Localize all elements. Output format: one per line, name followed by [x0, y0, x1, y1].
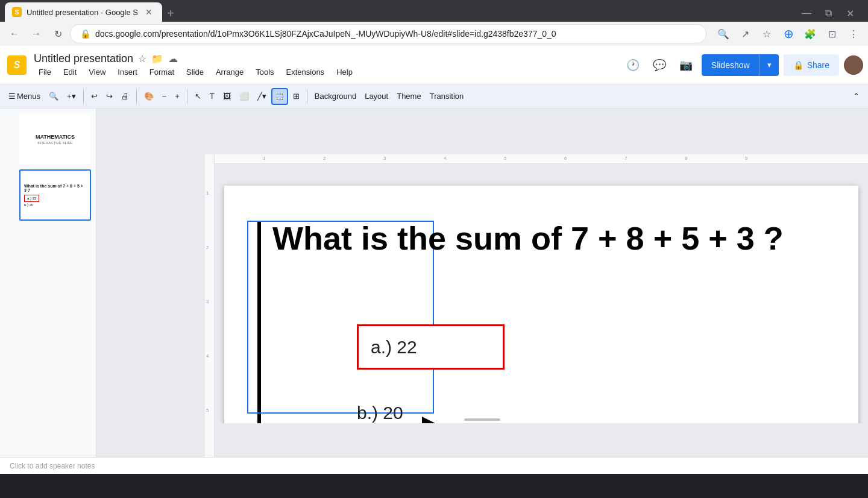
reload-button[interactable]: ↻	[48, 24, 68, 43]
thumb-sub-1: INTERACTIVE SLIDE	[36, 141, 75, 145]
close-window-button[interactable]: ✕	[841, 5, 858, 22]
zoom-in-button[interactable]: +	[171, 88, 183, 105]
zoom-button[interactable]: 🔍	[45, 88, 62, 105]
minimize-button[interactable]: —	[798, 5, 815, 22]
ruler-mark-h3: 3	[383, 156, 386, 161]
answer-a-box[interactable]: a.) 22	[357, 324, 505, 370]
comments-icon[interactable]: 💬	[649, 54, 670, 76]
back-button[interactable]: ←	[5, 24, 24, 43]
cursor-button[interactable]: ↖	[191, 88, 205, 105]
app-title[interactable]: Untitled presentation	[34, 52, 133, 65]
menu-file[interactable]: File	[34, 66, 56, 78]
menus-button[interactable]: ☰ Menus	[5, 88, 44, 105]
slide-canvas[interactable]: What is the sum of 7 + 8 + 5 + 3 ? a.) 2…	[224, 186, 858, 423]
answer-a-text: a.) 22	[371, 337, 417, 358]
forward-button[interactable]: →	[27, 24, 46, 43]
menu-extensions[interactable]: Extensions	[281, 66, 330, 78]
folder-icon[interactable]: 📁	[151, 53, 163, 65]
user-avatar[interactable]	[844, 55, 863, 75]
slides-app: S Untitled presentation ☆ 📁 ☁ File Edit …	[0, 46, 868, 474]
ruler-mark-1: 1	[206, 191, 209, 196]
ruler-mark-5: 5	[206, 408, 209, 413]
ruler-mark-h8: 8	[685, 156, 687, 161]
ruler-mark-h6: 6	[564, 156, 567, 161]
answer-b-text[interactable]: b.) 20	[357, 403, 403, 423]
speaker-notes[interactable]: Click to add speaker notes	[0, 457, 868, 474]
paint-format-button[interactable]: 🎨	[140, 88, 157, 105]
cloud-icon[interactable]: ☁	[168, 53, 178, 65]
shapes-button[interactable]: ⬜	[236, 88, 253, 105]
menu-insert[interactable]: Insert	[113, 66, 142, 78]
app-title-area: Untitled presentation ☆ 📁 ☁ File Edit Vi…	[34, 52, 617, 78]
editor-scroll: What is the sum of 7 + 8 + 5 + 3 ? a.) 2…	[215, 164, 868, 423]
star-icon[interactable]: ☆	[138, 53, 146, 65]
menu-help[interactable]: Help	[332, 66, 357, 78]
menu-edit[interactable]: Edit	[58, 66, 81, 78]
search-icon[interactable]: 🔍	[714, 24, 733, 43]
active-tab[interactable]: S Untitled presentation - Google S ✕	[5, 2, 162, 22]
text-button[interactable]: T	[206, 88, 218, 105]
address-bar[interactable]: 🔒 docs.google.com/presentation/d/1oPmx3O…	[70, 24, 706, 43]
tab-close-button[interactable]: ✕	[143, 6, 155, 18]
history-icon[interactable]: 🕐	[622, 54, 644, 76]
table-button[interactable]: ⊞	[289, 88, 303, 105]
slideshow-dropdown-button[interactable]: ▾	[760, 54, 779, 76]
profile-icon[interactable]: ⊡	[822, 24, 841, 43]
menu-format[interactable]: Format	[145, 66, 179, 78]
left-ruler: 1 2 3 4 5	[205, 154, 215, 457]
menu-arrange[interactable]: Arrange	[211, 66, 248, 78]
ruler-mark-h2: 2	[323, 156, 326, 161]
image-button[interactable]: 🖼	[219, 88, 234, 105]
thumb-q-2: What is the sum of 7 + 8 + 5 + 3 ?	[24, 184, 86, 192]
slide-thumbnail-2[interactable]: 2 What is the sum of 7 + 8 + 5 + 3 ? a.)…	[5, 169, 91, 221]
thumb-title-1: MATHEMATICS	[36, 134, 75, 140]
ruler-mark-h7: 7	[624, 156, 627, 161]
present-icon[interactable]: 📷	[675, 54, 697, 76]
share-button[interactable]: 🔒 Share	[784, 54, 839, 76]
thumb-ans-2: b.) 20	[24, 203, 86, 207]
print-button[interactable]: 🖨	[118, 88, 133, 105]
add-element-button[interactable]: +▾	[63, 88, 80, 105]
undo-button[interactable]: ↩	[87, 88, 101, 105]
new-tab-button[interactable]: +	[162, 5, 179, 22]
share-page-icon[interactable]: ↗	[735, 24, 755, 43]
app-title-row: Untitled presentation ☆ 📁 ☁	[34, 52, 617, 65]
main-area: 1 MATHEMATICS INTERACTIVE SLIDE 2 What i…	[0, 109, 868, 457]
separator-4	[307, 89, 307, 104]
select-tool-button[interactable]: ⬚	[271, 88, 288, 105]
url-text: docs.google.com/presentation/d/1oPmx3O6K…	[95, 29, 696, 39]
ruler-mark-h1: 1	[263, 156, 265, 161]
browser-toolbar-icons: 🔍 ↗ ☆ ⊕ 🧩 ⊡ ⋮	[714, 24, 863, 43]
address-bar-row: ← → ↻ 🔒 docs.google.com/presentation/d/1…	[0, 22, 868, 46]
editor-area: 1 2 3 4 5 1 2 3 4 5 6 7 8 9	[96, 109, 868, 457]
speaker-notes-placeholder: Click to add speaker notes	[10, 462, 95, 470]
tab-bar: S Untitled presentation - Google S ✕ + —…	[0, 0, 868, 22]
app-logo: S	[5, 53, 29, 77]
separator-2	[136, 89, 137, 104]
slide-question[interactable]: What is the sum of 7 + 8 + 5 + 3 ?	[272, 219, 834, 258]
browser-window: S Untitled presentation - Google S ✕ + —…	[0, 0, 868, 46]
restore-button[interactable]: ⧉	[820, 5, 837, 22]
more-options-icon[interactable]: ⋮	[844, 24, 863, 43]
redo-button[interactable]: ↪	[102, 88, 116, 105]
background-button[interactable]: Background	[311, 88, 360, 105]
thumb-content-1: MATHEMATICS INTERACTIVE SLIDE	[31, 129, 80, 150]
bookmark-icon[interactable]: ☆	[757, 24, 776, 43]
svg-marker-2	[422, 417, 440, 423]
menu-tools[interactable]: Tools	[251, 66, 278, 78]
menu-view[interactable]: View	[84, 66, 110, 78]
zoom-out-button[interactable]: −	[159, 88, 171, 105]
slideshow-button[interactable]: Slideshow	[702, 54, 760, 76]
zoom-icon: 🔍	[49, 92, 58, 101]
tab-title: Untitled presentation - Google S	[27, 8, 138, 17]
line-button[interactable]: ╱▾	[254, 88, 270, 105]
theme-button[interactable]: Theme	[393, 88, 424, 105]
menu-slide[interactable]: Slide	[181, 66, 209, 78]
google-account-icon[interactable]: ⊕	[779, 24, 798, 43]
slide-thumb-inner-1: MATHEMATICS INTERACTIVE SLIDE	[19, 113, 91, 165]
extensions-icon[interactable]: 🧩	[800, 24, 820, 43]
layout-button[interactable]: Layout	[361, 88, 392, 105]
transition-button[interactable]: Transition	[426, 88, 468, 105]
collapse-toolbar-button[interactable]: ⌃	[849, 88, 863, 105]
slide-thumbnail-1[interactable]: 1 MATHEMATICS INTERACTIVE SLIDE	[5, 113, 91, 165]
